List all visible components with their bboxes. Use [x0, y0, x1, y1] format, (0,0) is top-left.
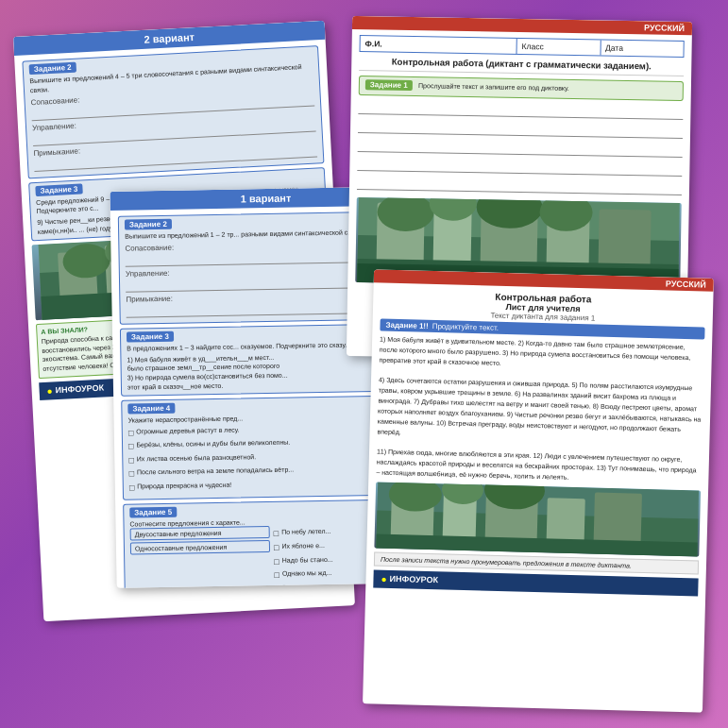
card3-title: Контрольная работа (диктант с грамматиче…	[359, 56, 684, 76]
card3-klass-label: Класс	[516, 39, 601, 56]
card3-task1-text: Прослушайте текст и запишите его под дик…	[418, 82, 569, 92]
card3-task1-label: Задание 1	[365, 79, 413, 91]
card2-task5-left1: Двусоставные предложения	[130, 526, 270, 541]
card4-task-text: Продиктуйте текст.	[432, 322, 499, 332]
card2-task5-label: Задание 5	[129, 506, 177, 517]
card4-infourok-logo: ИНФОУРОК	[389, 574, 438, 584]
card3-fi-label: Ф.И.	[361, 36, 517, 54]
card4-image	[374, 482, 701, 556]
card2-task4-label: Задание 4	[127, 403, 175, 415]
card2-task2-label: Задание 2	[125, 219, 172, 230]
card1-infourok-logo: ИНФОУРОК	[55, 383, 104, 396]
card4-task-label: Задание 1!!	[385, 321, 428, 330]
card2-task3-label: Задание 3	[127, 331, 174, 343]
card1-task3-label: Задание 3	[35, 183, 82, 196]
card4-text-body: 1) Моя бабуля живёт в удивительном месте…	[376, 335, 704, 487]
card2-task5-left2: Односоставные предложения	[130, 540, 270, 555]
card-teacher-sheet: РУССКИЙ Контрольная работа Лист для учит…	[363, 269, 714, 712]
card1-task2-label: Задание 2	[29, 62, 76, 76]
card4-infourok-bar: ● ИНФОУРОК	[373, 569, 698, 596]
card3-data-label: Дата	[601, 40, 684, 57]
